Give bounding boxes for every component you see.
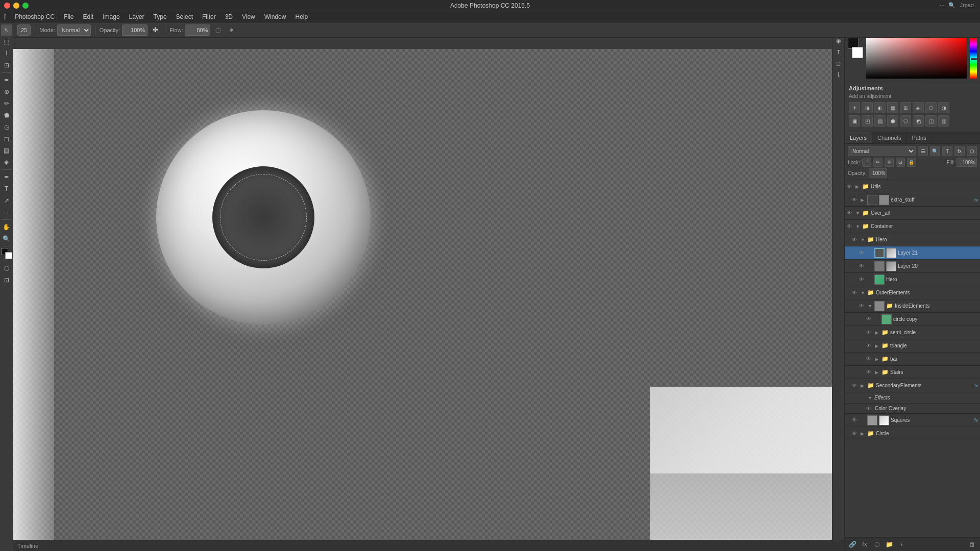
layer-item-semi-circle[interactable]: 👁 ▶ 📁 semi_circle — [845, 326, 980, 339]
expand-semi-circle[interactable]: ▶ — [875, 330, 880, 335]
layers-list[interactable]: 👁 ▶ 📁 Utils 👁 ▶ extra_stuff fx 👁 ▼ 📁 Ove… — [845, 180, 980, 537]
menu-window[interactable]: Window — [260, 12, 290, 21]
menu-image[interactable]: Image — [99, 12, 124, 21]
airbrush-btn[interactable]: ✤ — [150, 24, 161, 36]
mode-select[interactable]: Normal — [57, 24, 91, 36]
menu-filter[interactable]: Filter — [198, 12, 220, 21]
layer-item-utils[interactable]: 👁 ▶ 📁 Utils — [845, 180, 980, 193]
eye-layer21[interactable]: 👁 — [859, 250, 866, 256]
expand-circle[interactable]: ▶ — [861, 431, 866, 436]
adj-brightness[interactable]: ☀ — [849, 102, 860, 113]
search-icon[interactable]: 🔍 — [948, 2, 955, 9]
eye-circle-copy[interactable]: 👁 — [866, 316, 873, 322]
eye-extra-stuff[interactable]: 👁 — [852, 197, 859, 203]
zoom-tool[interactable]: 🔍 — [1, 233, 12, 244]
menu-select[interactable]: Select — [172, 12, 197, 21]
eye-utils[interactable]: 👁 — [847, 184, 854, 189]
adj-curves[interactable]: ◐ — [874, 102, 886, 113]
background-color-swatch[interactable] — [852, 47, 863, 58]
adj-bw[interactable]: ◑ — [938, 102, 949, 113]
adj-color-lookup[interactable]: ▤ — [874, 115, 886, 127]
adj-colorbalance[interactable]: ⬡ — [925, 102, 937, 113]
lock-artboard-btn[interactable]: ⊡ — [896, 158, 905, 167]
adj-channel-mixer[interactable]: ◰ — [862, 115, 873, 127]
background-color[interactable] — [5, 252, 12, 259]
new-layer-btn[interactable]: + — [896, 539, 907, 549]
eye-inside-elements[interactable]: 👁 — [859, 303, 866, 309]
expand-extra-stuff[interactable]: ▶ — [861, 197, 866, 203]
brush-size-display[interactable]: 25 — [17, 24, 31, 36]
adj-posterize[interactable]: ⬠ — [900, 115, 911, 127]
maximize-button[interactable] — [22, 3, 29, 9]
kind-filter-btn[interactable]: ☰ — [918, 146, 928, 156]
quick-mask-btn[interactable]: ⬡ — [1, 263, 12, 274]
right-tool-shape[interactable]: ◻ — [834, 58, 844, 68]
eye-layer20[interactable]: 👁 — [859, 263, 866, 269]
layer-item-triangle[interactable]: 👁 ▶ 📁 triangle — [845, 339, 980, 353]
layer-item-over-all[interactable]: 👁 ▼ 📁 Over_all — [845, 207, 980, 220]
stamp-tool[interactable]: ⬟ — [1, 110, 12, 121]
adj-selective-color[interactable]: ▥ — [938, 115, 949, 127]
pressure-btn[interactable]: ⌖ — [226, 24, 237, 36]
shape-tool[interactable]: □ — [1, 207, 12, 218]
expand-inside-elements[interactable]: ▼ — [868, 304, 873, 309]
layer-item-circle-copy[interactable]: 👁 ▶ circle copy — [845, 313, 980, 326]
path-selection-tool[interactable]: ↗ — [1, 195, 12, 206]
layer-item-sqaures[interactable]: 👁 ▶ Sqaures fx — [845, 414, 980, 427]
blur-tool[interactable]: ◈ — [1, 157, 12, 168]
eye-bar[interactable]: 👁 — [866, 356, 873, 362]
eye-hero-layer[interactable]: 👁 — [859, 277, 866, 282]
layer-item-hero-group[interactable]: 👁 ▼ 📁 Hero — [845, 233, 980, 246]
menu-photoshop[interactable]: Photoshop CC — [11, 12, 59, 21]
close-button[interactable] — [4, 3, 10, 9]
right-tool-info[interactable]: ℹ — [834, 69, 844, 80]
more-icon[interactable]: ··· — [940, 2, 944, 9]
lock-position-btn[interactable]: ✛ — [885, 158, 894, 167]
layer-item-secondary-elements[interactable]: 👁 ▶ 📁 SecondaryElements fx — [845, 379, 980, 392]
tab-layers[interactable]: Layers — [845, 132, 872, 143]
menu-edit[interactable]: Edit — [79, 12, 98, 21]
gradient-tool[interactable]: ▤ — [1, 145, 12, 156]
eye-secondary[interactable]: 👁 — [852, 383, 859, 388]
layer-item-stairs[interactable]: 👁 ▶ 📁 Stairs — [845, 366, 980, 379]
minimize-button[interactable] — [13, 3, 19, 9]
adj-levels[interactable]: ◑ — [862, 102, 873, 113]
menu-3d[interactable]: 3D — [221, 12, 237, 21]
layer-item-layer21[interactable]: 👁 ▶ Layer 21 — [845, 246, 980, 260]
menu-view[interactable]: View — [238, 12, 259, 21]
layer-mask-filter-btn[interactable]: ⬡ — [967, 146, 977, 156]
add-mask-btn[interactable]: ⬡ — [871, 539, 883, 549]
move-tool[interactable]: ↖ — [1, 24, 12, 36]
eye-stairs[interactable]: 👁 — [866, 369, 873, 375]
fill-input[interactable] — [957, 158, 977, 167]
add-fx-btn[interactable]: fx — [859, 539, 870, 549]
brush-tool[interactable]: ✏ — [1, 98, 12, 109]
layer-item-inside-elements[interactable]: 👁 ▼ 📁 InsideElements — [845, 299, 980, 313]
tab-paths[interactable]: Paths — [907, 132, 932, 143]
layer-item-effects[interactable]: 👁 ▼ Effects — [845, 392, 980, 404]
layer-fx-filter-btn[interactable]: fx — [954, 146, 965, 156]
canvas-area[interactable] — [13, 49, 844, 540]
right-tool-type[interactable]: T — [834, 47, 844, 57]
layer-item-color-overlay[interactable]: 👁 Color Overlay — [845, 404, 980, 414]
adj-photo-filter[interactable]: ▣ — [849, 115, 860, 127]
adj-invert[interactable]: ⬢ — [887, 115, 898, 127]
eye-container[interactable]: 👁 — [847, 223, 854, 229]
opacity-input[interactable] — [869, 168, 887, 178]
expand-effects[interactable]: ▼ — [868, 395, 873, 400]
menu-help[interactable]: Help — [291, 12, 312, 21]
color-swatch-area[interactable] — [1, 248, 12, 259]
hue-slider-handle[interactable] — [971, 58, 978, 60]
layer-item-circle[interactable]: 👁 ▶ 📁 Circle — [845, 427, 980, 440]
eraser-tool[interactable]: ◻ — [1, 133, 12, 144]
layer-item-bar[interactable]: 👁 ▶ 📁 bar — [845, 353, 980, 366]
opacity-input[interactable] — [122, 24, 148, 36]
layer-item-container[interactable]: 👁 ▼ 📁 Container — [845, 220, 980, 233]
menu-type[interactable]: Type — [150, 12, 171, 21]
hue-slider[interactable] — [970, 38, 977, 79]
expand-utils[interactable]: ▶ — [855, 184, 861, 189]
smoothing-btn[interactable]: ◌ — [212, 24, 224, 36]
lock-pixels-btn[interactable]: ⬚ — [862, 158, 871, 167]
expand-container[interactable]: ▼ — [855, 224, 861, 229]
eye-color-overlay[interactable]: 👁 — [866, 406, 873, 411]
